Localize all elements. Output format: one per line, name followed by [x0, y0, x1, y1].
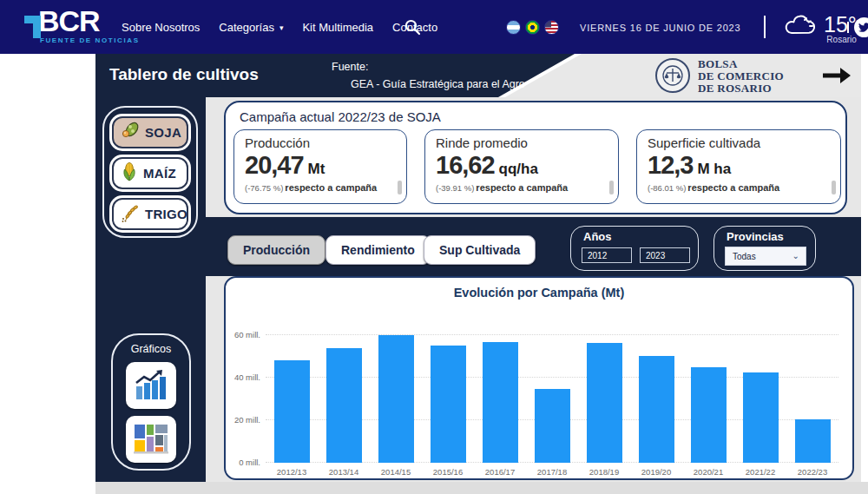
- twitter-icon[interactable]: [854, 17, 868, 37]
- source-value: GEA - Guía Estratégica para el Agro: [351, 76, 525, 93]
- kpi-card-rinde: Rinde promedio 16,62qq/ha (-39.91 %)resp…: [424, 129, 619, 204]
- wheat-icon: [120, 202, 141, 227]
- nav-item-kit-multimedia[interactable]: Kit Multimedia: [302, 21, 373, 34]
- chart-plot: 0 mill.20 mill.40 mill.60 mill.2012/1320…: [266, 326, 838, 463]
- bar-series: 2012/132013/142014/152015/162016/172017/…: [266, 326, 838, 463]
- dashboard-content: Campaña actual 2022/23 de SOJA Producció…: [206, 97, 861, 482]
- bar-2022/23[interactable]: [795, 419, 831, 463]
- bar-2018/19[interactable]: [587, 343, 622, 463]
- year-from-input[interactable]: [582, 247, 632, 263]
- bottom-strip: [95, 482, 868, 494]
- kpi-unit: Mt: [308, 161, 326, 177]
- divider: [764, 16, 766, 38]
- kpi-unit: qq/ha: [499, 161, 538, 177]
- usa-flag-icon[interactable]: [544, 20, 559, 35]
- crop-button-maiz[interactable]: MAÍZ: [112, 157, 188, 189]
- charts-group-label: Gráficos: [113, 343, 189, 355]
- kpi-value: 20,47: [245, 151, 304, 179]
- summary-panel: Campaña actual 2022/23 de SOJA Producció…: [224, 101, 847, 214]
- top-navbar: BCR FUENTE DE NOTICIAS Sobre Nosotros Ca…: [0, 0, 868, 54]
- bar-slot: 2015/16: [422, 326, 474, 463]
- bar-slot: 2022/23: [786, 326, 838, 463]
- crop-sidebar: SOJA MAÍZ TRIGO Gráficos: [95, 97, 206, 482]
- weather-widget: 15° Rosario: [784, 12, 857, 44]
- bar-2013/14[interactable]: [326, 348, 362, 463]
- argentina-flag-icon[interactable]: [506, 20, 521, 35]
- scrollbar-thumb[interactable]: [609, 181, 614, 194]
- kpi-cards: Producción 20,47Mt (-76.75 %)respecto a …: [233, 129, 841, 204]
- treemap-icon[interactable]: [126, 416, 176, 463]
- y-axis-tick: 40 mill.: [229, 372, 260, 382]
- y-axis-tick: 0 mill.: [229, 458, 260, 467]
- metric-button-rendimiento[interactable]: Rendimiento: [326, 235, 431, 265]
- weather-city: Rosario: [817, 35, 857, 44]
- bar-slot: 2012/13: [266, 326, 318, 463]
- kpi-note: (-39.91 %)respecto a campaña 21/22: [436, 181, 609, 194]
- x-axis-tick: 2012/13: [266, 467, 318, 477]
- kpi-note: (-86.01 %)respecto a campaña 21/22: [648, 181, 832, 194]
- dashboard-header: Tablero de cultivos Fuente: GEA - Guía E…: [95, 54, 861, 97]
- controls-strip: Producción Rendimiento Sup Cultivada Año…: [206, 217, 861, 276]
- kpi-value: 12,3: [648, 151, 693, 179]
- bar-2019/20[interactable]: [639, 356, 674, 463]
- x-axis-tick: 2014/15: [370, 467, 422, 477]
- nav-item-categorias[interactable]: Categorías▾: [219, 21, 283, 34]
- provinces-label: Provincias: [727, 230, 815, 243]
- bar-slot: 2021/22: [734, 326, 786, 463]
- nav-menu: Sobre Nosotros Categorías▾ Kit Multimedi…: [122, 0, 437, 54]
- crop-button-trigo[interactable]: TRIGO: [112, 198, 188, 230]
- nav-item-sobre-nosotros[interactable]: Sobre Nosotros: [122, 21, 200, 34]
- bar-chart-icon[interactable]: [126, 362, 176, 409]
- x-axis-tick: 2018/19: [578, 467, 630, 477]
- x-axis-tick: 2019/20: [630, 467, 682, 477]
- right-arrow-icon[interactable]: [821, 65, 854, 89]
- charts-group: Gráficos: [111, 333, 191, 471]
- year-to-input[interactable]: [640, 247, 690, 263]
- bar-slot: 2014/15: [370, 326, 422, 463]
- x-axis-tick: 2013/14: [318, 467, 370, 477]
- bar-2021/22[interactable]: [743, 372, 779, 463]
- page-title: Tablero de cultivos: [109, 65, 259, 84]
- crop-selector-group: SOJA MAÍZ TRIGO: [102, 106, 198, 238]
- metric-button-produccion[interactable]: Producción: [227, 235, 326, 265]
- crop-button-soja[interactable]: SOJA: [112, 116, 188, 148]
- bar-slot: 2017/18: [526, 326, 578, 463]
- chevron-down-icon: ⌄: [792, 251, 799, 260]
- metric-button-sup-cultivada[interactable]: Sup Cultivada: [424, 235, 536, 265]
- x-axis-tick: 2015/16: [422, 467, 474, 477]
- page: BCR FUENTE DE NOTICIAS Sobre Nosotros Ca…: [0, 0, 868, 494]
- kpi-card-superficie: Superficie cultivada 12,3M ha (-86.01 %)…: [636, 129, 841, 204]
- divider: [847, 22, 849, 33]
- bar-2020/21[interactable]: [691, 367, 727, 463]
- kpi-note: (-76.75 %)respecto a campaña 21/22: [245, 181, 398, 194]
- provinces-dropdown[interactable]: Todas ⌄: [725, 247, 806, 266]
- corn-icon: [120, 161, 139, 186]
- soy-icon: [120, 121, 141, 145]
- scrollbar-thumb[interactable]: [832, 181, 836, 194]
- source-label: Fuente:: [332, 58, 525, 76]
- years-filter: Años: [570, 226, 699, 271]
- scrollbar-thumb[interactable]: [398, 181, 402, 194]
- bar-2014/15[interactable]: [378, 335, 414, 463]
- x-axis-tick: 2016/17: [474, 467, 526, 477]
- bcr-seal-icon: [655, 58, 690, 93]
- bar-2012/13[interactable]: [274, 360, 310, 463]
- kpi-value: 16,62: [436, 151, 495, 179]
- y-axis-tick: 20 mill.: [229, 415, 260, 425]
- provinces-selected-value: Todas: [733, 252, 756, 261]
- bar-2016/17[interactable]: [483, 342, 518, 463]
- x-axis-tick: 2020/21: [682, 467, 734, 477]
- language-flags: [506, 20, 559, 35]
- source-note: Fuente: GEA - Guía Estratégica para el A…: [332, 58, 525, 93]
- bar-2015/16[interactable]: [431, 346, 466, 463]
- bar-2017/18[interactable]: [535, 389, 570, 463]
- kpi-unit: M ha: [697, 161, 731, 177]
- bar-slot: 2018/19: [578, 326, 630, 463]
- search-icon[interactable]: [404, 18, 421, 36]
- evolution-chart-panel: Evolución por Campaña (Mt) 0 mill.20 mil…: [224, 276, 854, 480]
- dashboard: Tablero de cultivos Fuente: GEA - Guía E…: [95, 54, 861, 482]
- brazil-flag-icon[interactable]: [525, 20, 540, 35]
- summary-title: Campaña actual 2022/23 de SOJA: [240, 109, 441, 124]
- provinces-filter: Provincias Todas ⌄: [713, 226, 816, 271]
- temperature: 15°: [824, 12, 857, 36]
